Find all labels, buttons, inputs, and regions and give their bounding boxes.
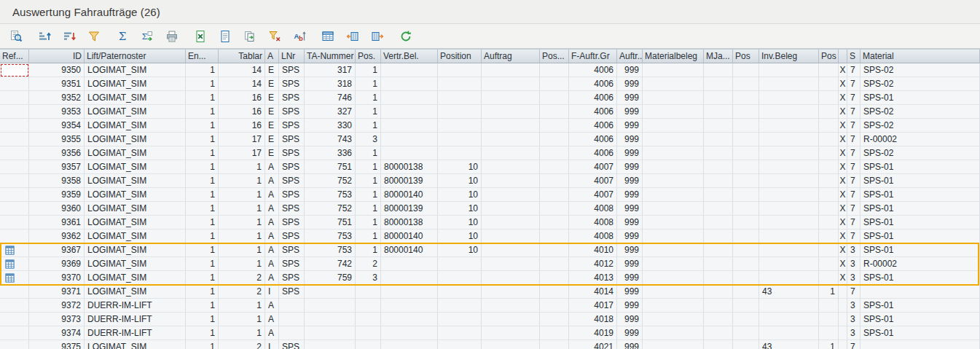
cell-lnr[interactable]: SPS (279, 160, 305, 174)
cell-materialbeleg[interactable] (643, 174, 704, 188)
cell-auftrag[interactable] (482, 257, 540, 271)
cell-flag[interactable] (839, 313, 847, 326)
cell-ref[interactable] (0, 285, 29, 299)
cell-pos2[interactable] (540, 202, 569, 216)
cell-en[interactable]: 1 (186, 313, 219, 326)
table-row-9353[interactable]: 9353LOGIMAT_SIM116ESPS32714006999X7SPS-0… (0, 105, 980, 119)
cell-materialbeleg[interactable] (643, 313, 704, 326)
cell-pos3[interactable] (733, 299, 759, 313)
cell-s[interactable]: 7 (847, 230, 861, 243)
cell-auftrag[interactable] (482, 285, 540, 299)
cell-id[interactable]: 9354 (29, 119, 85, 133)
cell-ref[interactable] (0, 243, 29, 257)
table-row-9369[interactable]: 9369LOGIMAT_SIM11ASPS74224012999X3R-0000… (0, 257, 980, 271)
cell-pos1[interactable]: 2 (356, 257, 381, 271)
cell-lift[interactable]: DUERR-IM-LIFT (85, 313, 186, 326)
cell-pos1[interactable]: 1 (356, 243, 381, 257)
cell-a[interactable]: I (265, 285, 279, 299)
cell-pos2[interactable] (540, 285, 569, 299)
cell-ta_nummer[interactable]: 751 (305, 160, 356, 174)
cell-s[interactable]: 3 (847, 243, 861, 257)
cell-position[interactable] (438, 91, 482, 105)
cell-pos1[interactable]: 1 (356, 174, 381, 188)
column-header-tablar[interactable]: Tablar (219, 50, 265, 63)
cell-inv_beleg[interactable] (759, 77, 819, 91)
cell-auftr[interactable]: 999 (617, 230, 643, 243)
cell-material[interactable] (861, 285, 980, 299)
cell-tablar[interactable]: 1 (219, 243, 265, 257)
cell-ta_nummer[interactable] (305, 326, 356, 340)
cell-pos4[interactable] (819, 188, 839, 202)
cell-lift[interactable]: LOGIMAT_SIM (85, 188, 186, 202)
cell-auftrag[interactable] (482, 77, 540, 91)
cell-a[interactable]: A (265, 160, 279, 174)
cell-ta_nummer[interactable]: 751 (305, 216, 356, 230)
choose-detail-button[interactable] (6, 27, 26, 46)
cell-materialbeleg[interactable] (643, 216, 704, 230)
cell-ref[interactable] (0, 91, 29, 105)
cell-vertr_bel[interactable] (381, 257, 438, 271)
cell-vertr_bel[interactable]: 80000140 (381, 230, 438, 243)
table-row-9355[interactable]: 9355LOGIMAT_SIM117ESPS74334006999X7R-000… (0, 133, 980, 146)
column-header-mja[interactable]: MJa... (704, 50, 733, 63)
cell-pos1[interactable]: 3 (356, 271, 381, 285)
cell-ta_nummer[interactable]: 317 (305, 63, 356, 77)
cell-mja[interactable] (704, 257, 733, 271)
cell-pos4[interactable] (819, 326, 839, 340)
cell-auftrag[interactable] (482, 188, 540, 202)
column-header-material[interactable]: Material (861, 50, 980, 63)
cell-pos3[interactable] (733, 160, 759, 174)
cell-en[interactable]: 1 (186, 133, 219, 146)
cell-pos1[interactable]: 1 (356, 160, 381, 174)
cell-lift[interactable]: LOGIMAT_SIM (85, 91, 186, 105)
cell-lift[interactable]: DUERR-IM-LIFT (85, 299, 186, 313)
cell-lift[interactable]: LOGIMAT_SIM (85, 243, 186, 257)
cell-ref[interactable] (0, 340, 29, 349)
cell-ref[interactable] (0, 133, 29, 146)
cell-pos2[interactable] (540, 257, 569, 271)
cell-material[interactable]: R-00002 (861, 133, 980, 146)
cell-vertr_bel[interactable] (381, 133, 438, 146)
cell-pos3[interactable] (733, 174, 759, 188)
cell-inv_beleg[interactable] (759, 230, 819, 243)
cell-en[interactable]: 1 (186, 299, 219, 313)
cell-f_auftr_gr[interactable]: 4010 (569, 243, 617, 257)
cell-material[interactable]: SPS-02 (861, 105, 980, 119)
cell-pos2[interactable] (540, 188, 569, 202)
table-row-9360[interactable]: 9360LOGIMAT_SIM11ASPS7521800001391040089… (0, 202, 980, 216)
cell-mja[interactable] (704, 326, 733, 340)
cell-lift[interactable]: LOGIMAT_SIM (85, 340, 186, 349)
cell-vertr_bel[interactable] (381, 271, 438, 285)
sort-descending-button[interactable] (59, 27, 79, 46)
cell-a[interactable]: A (265, 313, 279, 326)
cell-lnr[interactable]: SPS (279, 257, 305, 271)
cell-s[interactable]: 7 (847, 77, 861, 91)
cell-pos2[interactable] (540, 313, 569, 326)
cell-en[interactable]: 1 (186, 340, 219, 349)
column-header-position[interactable]: Position (438, 50, 482, 63)
cell-materialbeleg[interactable] (643, 146, 704, 160)
cell-tablar[interactable]: 14 (219, 77, 265, 91)
cell-id[interactable]: 9367 (29, 243, 85, 257)
column-header-auftr[interactable]: Auftr... (617, 50, 643, 63)
cell-flag[interactable]: X (839, 257, 847, 271)
cell-tablar[interactable]: 1 (219, 313, 265, 326)
cell-f_auftr_gr[interactable]: 4006 (569, 63, 617, 77)
cell-material[interactable]: SPS-01 (861, 326, 980, 340)
cell-f_auftr_gr[interactable]: 4006 (569, 146, 617, 160)
cell-auftrag[interactable] (482, 105, 540, 119)
cell-id[interactable]: 9357 (29, 160, 85, 174)
cell-tablar[interactable]: 2 (219, 340, 265, 349)
cell-a[interactable]: A (265, 299, 279, 313)
cell-vertr_bel[interactable]: 80000138 (381, 216, 438, 230)
cell-position[interactable]: 10 (438, 216, 482, 230)
cell-auftrag[interactable] (482, 91, 540, 105)
cell-ref[interactable] (0, 271, 29, 285)
cell-flag[interactable]: X (839, 91, 847, 105)
cell-pos2[interactable] (540, 63, 569, 77)
table-row-9372[interactable]: 9372DUERR-IM-LIFT11A40179993SPS-01 (0, 299, 980, 313)
column-header-pos3[interactable]: Pos (733, 50, 759, 63)
cell-f_auftr_gr[interactable]: 4006 (569, 133, 617, 146)
cell-materialbeleg[interactable] (643, 257, 704, 271)
cell-inv_beleg[interactable] (759, 313, 819, 326)
